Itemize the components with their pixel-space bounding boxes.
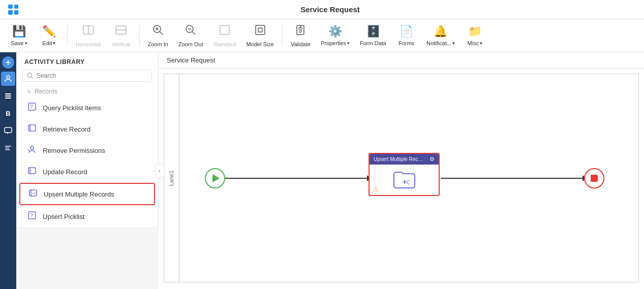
library-header: ACTIVITY LIBRARY	[16, 52, 158, 70]
library-item-retrieve-record[interactable]: Retrieve Record	[19, 119, 155, 139]
page-title: Service Request	[21, 5, 639, 14]
svg-rect-19	[5, 93, 11, 94]
zoom-out-icon	[185, 24, 197, 39]
nav-list-icon[interactable]	[1, 89, 15, 103]
svg-rect-34	[28, 168, 36, 174]
svg-point-32	[30, 146, 34, 149]
activity-node-header: Upsert Multiple Reco... ⚙	[370, 154, 439, 165]
svg-rect-11	[220, 25, 229, 35]
upsert-multiple-icon: +C	[28, 188, 39, 200]
svg-rect-23	[5, 146, 11, 147]
records-label: ↳ Records	[16, 86, 158, 97]
canvas-area: Service Request Lane1	[159, 52, 644, 289]
end-stop-icon	[591, 175, 598, 182]
misc-icon: 📁	[468, 25, 482, 38]
lane-label: Lane1	[164, 74, 179, 282]
zoom-out-button[interactable]: Zoom Out	[174, 22, 207, 49]
form-data-button[interactable]: 🗄️ Form Data	[356, 23, 390, 48]
svg-rect-13	[258, 28, 262, 32]
activity-node-body: + C ⚠	[370, 165, 439, 195]
zoom-in-button[interactable]: Zoom In	[144, 22, 172, 49]
svg-point-15	[299, 30, 301, 33]
activity-gear-icon[interactable]: ⚙	[430, 156, 435, 163]
notifications-icon: 🔔	[434, 25, 447, 38]
library-item-update-record[interactable]: Update Record	[19, 162, 155, 182]
horizontal-icon	[82, 24, 95, 39]
start-node[interactable]	[205, 168, 225, 188]
model-size-icon	[254, 24, 266, 39]
validate-icon	[294, 24, 306, 39]
main-layout: + B ACTIVITY LIBRARY ↳ Recor	[0, 52, 644, 289]
nav-lines-icon[interactable]	[1, 141, 15, 155]
left-nav: + B	[0, 52, 16, 289]
update-record-icon	[27, 166, 38, 177]
warning-icon: ⚠	[373, 185, 379, 193]
lane-flow: Upsert Multiple Reco... ⚙ + C ⚠	[179, 74, 638, 282]
svg-line-9	[193, 32, 196, 35]
forms-icon: 📄	[400, 25, 413, 38]
svg-rect-22	[5, 127, 12, 133]
svg-line-33	[28, 149, 30, 151]
retrieve-record-icon	[27, 123, 38, 135]
library-item-remove-permissions[interactable]: Remove Permissions	[19, 140, 155, 160]
svg-line-5	[160, 32, 163, 35]
upsert-picklist-icon: ?	[27, 211, 38, 222]
svg-point-26	[27, 73, 32, 77]
library-item-upsert-picklist[interactable]: ? Upsert Picklist	[19, 206, 155, 227]
library-item-query-picklist[interactable]: ? Query Picklist Items	[19, 98, 155, 118]
svg-rect-25	[5, 149, 10, 150]
save-button[interactable]: 💾 Save ▾	[5, 23, 33, 48]
canvas-header: Service Request	[159, 52, 644, 69]
standard-button[interactable]: Standard	[209, 22, 240, 49]
query-picklist-icon: ?	[27, 102, 38, 113]
misc-button[interactable]: 📁 Misc ▾	[461, 23, 489, 48]
edit-icon: ✏️	[42, 25, 56, 38]
sep2	[139, 25, 140, 46]
svg-line-27	[32, 77, 33, 78]
form-data-icon: 🗄️	[366, 25, 380, 38]
svg-text:?: ?	[30, 104, 33, 110]
lane-container: Lane1 Upsert Multiple Reco... ⚙	[164, 74, 639, 282]
search-icon	[27, 72, 34, 79]
validate-button[interactable]: Validate	[287, 22, 315, 49]
top-bar: Service Request	[0, 0, 644, 19]
svg-rect-30	[28, 125, 36, 131]
search-input[interactable]	[37, 72, 147, 79]
library-search-box[interactable]	[22, 70, 152, 82]
standard-icon	[219, 24, 231, 39]
flow-line-1	[225, 178, 367, 179]
notifications-button[interactable]: 🔔 Notificat... ▾	[422, 23, 459, 48]
app-logo[interactable]	[5, 2, 21, 18]
nav-bold-icon[interactable]: B	[1, 106, 15, 120]
nav-add-button[interactable]: +	[2, 56, 14, 69]
start-play-icon	[212, 174, 220, 182]
svg-rect-24	[5, 148, 9, 149]
horizontal-button[interactable]: Horizontal	[72, 22, 105, 49]
forms-button[interactable]: 📄 Forms	[392, 23, 420, 48]
vertical-button[interactable]: Vertical	[107, 22, 135, 49]
edit-button[interactable]: ✏️ Edit ▾	[35, 23, 63, 48]
sep3	[282, 25, 283, 46]
nav-chat-icon[interactable]	[1, 123, 15, 138]
svg-rect-21	[5, 98, 11, 99]
nav-user-icon[interactable]	[1, 72, 15, 86]
upsert-icon: + C	[391, 168, 417, 191]
collapse-library-button[interactable]: ‹	[155, 163, 165, 178]
activity-library: ACTIVITY LIBRARY ↳ Records ? Query Pickl…	[16, 52, 159, 289]
upsert-activity-node[interactable]: Upsert Multiple Reco... ⚙ + C ⚠	[369, 153, 440, 196]
svg-text:?: ?	[30, 213, 33, 218]
zoom-in-icon	[152, 24, 164, 39]
svg-text:+: +	[403, 178, 407, 186]
svg-rect-20	[5, 95, 11, 97]
flow-line-2	[441, 178, 583, 179]
model-size-button[interactable]: Model Size	[242, 22, 278, 49]
svg-text:+C: +C	[32, 191, 37, 195]
properties-button[interactable]: ⚙️ Properties ▾	[317, 23, 354, 48]
end-node[interactable]	[584, 168, 604, 188]
library-item-upsert-multiple[interactable]: +C Upsert Multiple Records	[19, 183, 155, 205]
canvas-content[interactable]: Lane1 Upsert Multiple Reco... ⚙	[159, 69, 644, 287]
svg-text:C: C	[407, 180, 410, 185]
svg-point-18	[7, 76, 10, 79]
svg-rect-12	[256, 25, 265, 35]
save-icon: 💾	[12, 25, 26, 38]
